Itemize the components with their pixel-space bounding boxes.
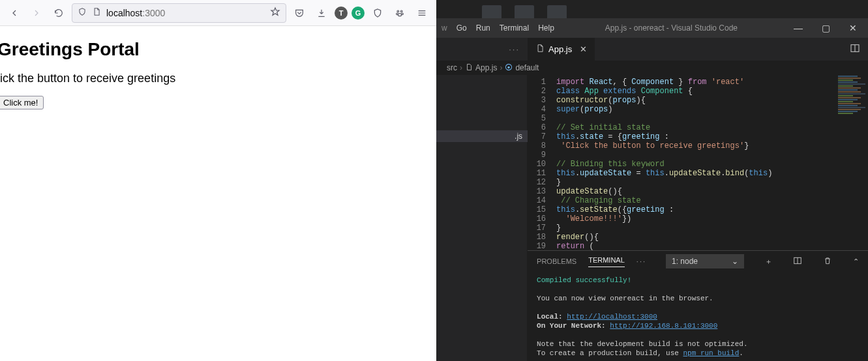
pocket-icon[interactable] bbox=[290, 4, 308, 22]
menu-prev[interactable]: w bbox=[441, 23, 447, 33]
menu-button[interactable] bbox=[413, 4, 431, 22]
term-line: You can now view onereact in the browser… bbox=[537, 294, 859, 303]
editor-tabs: ··· App.js ✕ bbox=[436, 38, 868, 61]
file-icon bbox=[535, 44, 545, 55]
shield-icon bbox=[78, 7, 87, 18]
svg-point-0 bbox=[397, 10, 399, 12]
desktop-taskbar bbox=[436, 0, 868, 18]
bottom-panel: PROBLEMS TERMINAL ··· 1: node ⌄ ＋ ⌃ Comp… bbox=[528, 250, 868, 361]
tab-label: App.js bbox=[548, 44, 572, 54]
terminal-select[interactable]: 1: node ⌄ bbox=[666, 254, 744, 268]
term-line: Compiled successfully! bbox=[537, 276, 631, 284]
panel-overflow-icon[interactable]: ··· bbox=[636, 257, 646, 265]
chevron-right-icon: › bbox=[500, 63, 502, 72]
symbol-icon: ⦿ bbox=[505, 63, 513, 72]
svg-point-4 bbox=[398, 13, 401, 16]
bookmark-star-icon[interactable] bbox=[270, 7, 280, 19]
reload-button[interactable] bbox=[50, 4, 68, 22]
file-icon bbox=[465, 63, 473, 73]
problems-tab[interactable]: PROBLEMS bbox=[537, 257, 576, 265]
split-terminal-icon[interactable] bbox=[793, 256, 802, 267]
breadcrumbs[interactable]: src › App.js › ⦿ default bbox=[436, 61, 868, 75]
maximize-button[interactable]: ▢ bbox=[816, 23, 835, 33]
new-terminal-icon[interactable]: ＋ bbox=[765, 257, 772, 267]
term-link[interactable]: http://192.168.8.101:3000 bbox=[610, 322, 717, 330]
url-text: localhost:3000 bbox=[106, 8, 165, 18]
window-title: App.js - onereact - Visual Studio Code bbox=[563, 23, 779, 33]
explorer-sidebar[interactable] bbox=[436, 75, 528, 361]
maximize-panel-icon[interactable]: ⌃ bbox=[853, 257, 859, 266]
code-area[interactable]: import React, { Component } from 'react'… bbox=[552, 75, 772, 250]
terminal-output[interactable]: Compiled successfully! You can now view … bbox=[528, 272, 868, 361]
page-heading: Greetings Portal bbox=[0, 39, 436, 60]
page-content: Greetings Portal lick the button to rece… bbox=[0, 26, 436, 109]
back-button[interactable] bbox=[5, 4, 23, 22]
click-me-button[interactable]: Click me! bbox=[0, 96, 44, 109]
term-line: Local: bbox=[537, 313, 567, 321]
editor-body: 1234567891011121314151617181920 import R… bbox=[436, 75, 868, 361]
ext-shield-icon[interactable] bbox=[368, 4, 387, 22]
window-controls: — ▢ ✕ bbox=[788, 23, 863, 33]
url-bar[interactable]: localhost:3000 bbox=[72, 3, 286, 23]
browser-toolbar: localhost:3000 T G bbox=[0, 0, 436, 26]
menu-go[interactable]: Go bbox=[456, 23, 467, 33]
crumb-src[interactable]: src bbox=[447, 63, 457, 72]
download-icon[interactable] bbox=[312, 4, 331, 22]
menu-run[interactable]: Run bbox=[476, 23, 490, 33]
taskbar-item[interactable] bbox=[547, 5, 567, 18]
chevron-down-icon: ⌄ bbox=[732, 257, 738, 266]
ext-badge-g[interactable]: G bbox=[352, 7, 365, 20]
editor-actions bbox=[842, 38, 868, 61]
chevron-right-icon: › bbox=[460, 63, 462, 72]
minimize-button[interactable]: — bbox=[788, 23, 808, 33]
ext-paw-icon[interactable] bbox=[391, 4, 409, 22]
term-link[interactable]: http://localhost:3000 bbox=[567, 313, 657, 321]
minimap[interactable] bbox=[835, 75, 868, 192]
crumb-file[interactable]: App.js bbox=[475, 63, 497, 72]
forward-button[interactable] bbox=[27, 4, 46, 22]
ext-badge-t[interactable]: T bbox=[335, 7, 348, 20]
close-button[interactable]: ✕ bbox=[843, 23, 863, 33]
browser-window: localhost:3000 T G Greetings Portal lick… bbox=[0, 0, 436, 361]
menu-terminal[interactable]: Terminal bbox=[500, 23, 529, 33]
tab-close-icon[interactable]: ✕ bbox=[580, 44, 587, 54]
term-line: On Your Network: bbox=[537, 322, 610, 330]
svg-point-1 bbox=[400, 10, 402, 12]
kill-terminal-icon[interactable] bbox=[823, 256, 832, 267]
tab-app-js[interactable]: App.js ✕ bbox=[528, 38, 595, 61]
menu-bar: w Go Run Terminal Help App.js - onereact… bbox=[436, 18, 868, 38]
page-icon bbox=[92, 7, 101, 18]
terminal-tab[interactable]: TERMINAL bbox=[588, 256, 625, 267]
panel-tabs: PROBLEMS TERMINAL ··· 1: node ⌄ ＋ ⌃ bbox=[528, 251, 868, 272]
page-prompt: lick the button to receive greetings bbox=[0, 72, 436, 85]
term-link[interactable]: npm run build bbox=[683, 349, 740, 357]
taskbar-item[interactable] bbox=[482, 5, 501, 18]
term-line: . bbox=[739, 349, 743, 357]
terminal-select-label: 1: node bbox=[672, 257, 698, 266]
code-editor[interactable]: 1234567891011121314151617181920 import R… bbox=[528, 75, 868, 250]
menu-help[interactable]: Help bbox=[538, 23, 554, 33]
term-line: Note that the development build is not o… bbox=[537, 339, 859, 349]
vscode-window: w Go Run Terminal Help App.js - onereact… bbox=[436, 0, 868, 361]
line-gutter: 1234567891011121314151617181920 bbox=[528, 75, 552, 250]
tab-overflow-button[interactable]: ··· bbox=[436, 38, 528, 61]
term-line: To create a production build, use bbox=[537, 349, 683, 357]
taskbar-item[interactable] bbox=[515, 5, 534, 18]
sidebar-file-label[interactable]: .js bbox=[436, 130, 528, 142]
crumb-symbol[interactable]: default bbox=[515, 63, 539, 72]
split-editor-icon[interactable] bbox=[850, 43, 860, 55]
